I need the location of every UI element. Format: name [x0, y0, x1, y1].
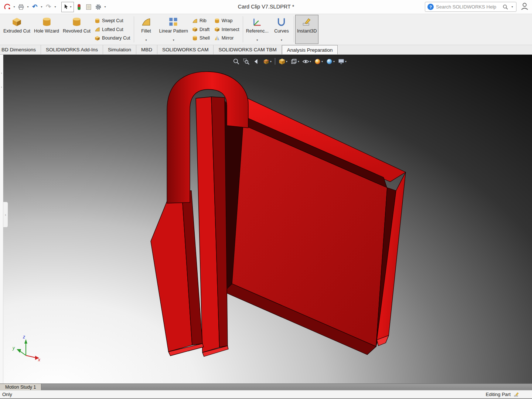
help-icon: ?: [427, 4, 434, 10]
statusbar: Only Editing Part: [0, 390, 532, 398]
view-orientation-caret[interactable]: ▾: [286, 60, 287, 63]
mirror-label: Mirror: [222, 35, 234, 41]
wrap-button[interactable]: Wrap: [214, 17, 239, 24]
tab-solidworks-cam-tbm[interactable]: SOLIDWORKS CAM TBM: [214, 45, 282, 54]
model-3d-view[interactable]: z y x: [0, 55, 532, 383]
revolved-cut-icon: [72, 17, 82, 27]
edit-appearance-icon[interactable]: ▾: [313, 57, 324, 66]
fillet-caret[interactable]: ▾: [146, 38, 147, 43]
undo-caret[interactable]: ▾: [40, 5, 43, 8]
undo-icon[interactable]: ↶: [30, 3, 39, 11]
section-view-icon[interactable]: ▾: [262, 57, 272, 66]
curves-caret[interactable]: ▾: [281, 38, 282, 43]
intersect-button[interactable]: Intersect: [214, 26, 239, 33]
apply-scene-caret[interactable]: ▾: [333, 60, 335, 63]
motion-study-tab[interactable]: Motion Study 1: [0, 384, 41, 390]
tab-mbd[interactable]: MBD: [136, 45, 157, 54]
tab-solidworks-cam[interactable]: SOLIDWORKS CAM: [157, 45, 214, 54]
curves-button[interactable]: Curves ▾: [270, 15, 293, 44]
apply-scene-icon[interactable]: ▾: [325, 57, 335, 66]
triad-y-label: y: [12, 345, 15, 351]
shell-button[interactable]: Shell: [192, 34, 210, 42]
view-settings-icon[interactable]: ▾: [337, 57, 347, 66]
boundary-cut-icon: [95, 35, 100, 41]
heads-up-toolbar: ▾ ▾ ▾ ▾ ▾ ▾ ▾: [232, 57, 347, 66]
triad-z-label: z: [23, 334, 25, 340]
features-ribbon: Extruded Cut Hole Wizard Revolved Cut Sw…: [0, 14, 532, 45]
mirror-button[interactable]: Mirror: [214, 34, 239, 42]
print-caret[interactable]: ▾: [26, 5, 30, 8]
instant3d-label: Instant3D: [297, 28, 317, 34]
section-view-caret[interactable]: ▾: [270, 60, 272, 63]
panel-expander-glyph: ‹: [5, 213, 6, 217]
select-tool-caret[interactable]: ▾: [69, 5, 72, 8]
motion-study-bar: Motion Study 1: [0, 383, 532, 390]
extruded-cut-button[interactable]: Extruded Cut: [1, 15, 32, 44]
help-search-box[interactable]: ? ▾: [425, 2, 516, 12]
options-caret[interactable]: ▾: [103, 5, 107, 8]
linear-pattern-caret[interactable]: ▾: [173, 38, 174, 43]
options-gear-icon[interactable]: [94, 3, 103, 11]
notebook-icon[interactable]: [84, 3, 93, 11]
linear-pattern-label: Linear Pattern: [159, 28, 188, 34]
lofted-cut-button[interactable]: Lofted Cut: [95, 26, 130, 33]
print-icon[interactable]: [17, 3, 25, 11]
linear-pattern-button[interactable]: Linear Pattern ▾: [157, 15, 190, 44]
select-cursor-icon: [63, 4, 69, 10]
hole-wizard-button[interactable]: Hole Wizard: [32, 15, 61, 44]
quick-access-toolbar: ▾ ▾ ↶ ▾ ↷ ▾ ▾ ▾: [3, 2, 107, 12]
lofted-cut-icon: [95, 27, 100, 32]
panel-expander-handle[interactable]: ‹: [3, 202, 8, 228]
boundary-cut-button[interactable]: Boundary Cut: [95, 34, 130, 42]
boundary-cut-label: Boundary Cut: [102, 35, 130, 41]
shell-label: Shell: [200, 35, 210, 41]
tab-solidworks-addins[interactable]: SOLIDWORKS Add-Ins: [41, 45, 103, 54]
reference-geometry-label: Referenc...: [246, 28, 269, 34]
titlebar: ▾ ▾ ↶ ▾ ↷ ▾ ▾ ▾ Card Clip V7.SLDPRT * ? …: [0, 0, 532, 14]
hide-show-items-icon[interactable]: ▾: [301, 57, 312, 66]
instant3d-button[interactable]: Instant3D: [295, 15, 319, 44]
app-menu-caret[interactable]: ▾: [13, 5, 16, 8]
revolved-cut-button[interactable]: Revolved Cut: [61, 15, 92, 44]
help-search-input[interactable]: [436, 4, 500, 10]
wrap-icon: [214, 18, 220, 24]
swept-cut-button[interactable]: Swept Cut: [95, 17, 130, 24]
strip-mark: ›: [1, 85, 2, 89]
solidworks-logo-icon[interactable]: [3, 3, 12, 11]
zoom-to-area-icon[interactable]: [242, 57, 250, 66]
view-orientation-icon[interactable]: ▾: [278, 57, 288, 66]
reference-geometry-caret[interactable]: ▾: [256, 38, 258, 43]
traffic-light-icon[interactable]: [78, 4, 81, 10]
redo-caret[interactable]: ▾: [54, 5, 57, 8]
view-settings-caret[interactable]: ▾: [345, 60, 347, 63]
hide-show-caret[interactable]: ▾: [310, 60, 311, 63]
rib-icon: [192, 18, 198, 24]
search-icon[interactable]: [502, 4, 508, 10]
mirror-icon: [214, 35, 220, 41]
tab-simulation[interactable]: Simulation: [103, 45, 136, 54]
graphics-viewport[interactable]: z y x › › ‹ ▾ ▾ ▾ ▾ ▾ ▾ ▾: [0, 55, 532, 383]
search-caret[interactable]: ▾: [511, 5, 514, 8]
display-style-icon[interactable]: ▾: [290, 57, 300, 66]
wrap-label: Wrap: [222, 18, 233, 23]
select-tool-button[interactable]: ▾: [61, 2, 74, 12]
reference-geometry-button[interactable]: Referenc... ▾: [244, 15, 270, 44]
feature-tree-collapsed-strip[interactable]: › ›: [0, 55, 3, 383]
display-style-caret[interactable]: ▾: [298, 60, 299, 63]
strip-mark: ›: [1, 71, 2, 75]
user-account-icon[interactable]: [520, 2, 529, 12]
zoom-to-fit-icon[interactable]: [232, 57, 241, 66]
redo-icon[interactable]: ↷: [44, 3, 53, 11]
edit-appearance-caret[interactable]: ▾: [321, 60, 323, 63]
shell-icon: [192, 35, 198, 41]
wrap-intersect-mirror-stack: Wrap Intersect Mirror: [212, 15, 242, 44]
triad-x-label: x: [38, 357, 41, 362]
document-title: Card Clip V7.SLDPRT *: [238, 4, 294, 10]
rib-button[interactable]: Rib: [192, 17, 210, 24]
tab-mbd-dimensions[interactable]: BD Dimensions: [0, 45, 41, 54]
previous-view-icon[interactable]: [252, 57, 260, 66]
fillet-button[interactable]: Fillet ▾: [135, 15, 157, 44]
tab-analysis-preparation[interactable]: Analysis Preparation: [282, 45, 338, 54]
hud-separator: [275, 58, 275, 65]
draft-button[interactable]: Draft: [192, 26, 210, 33]
